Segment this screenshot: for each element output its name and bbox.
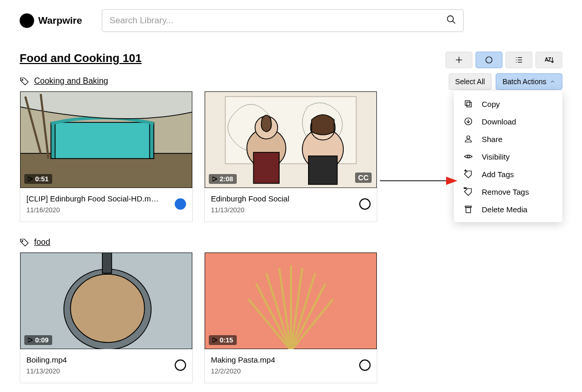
duration-label: 0:09 [35,336,49,344]
media-title: Making Pasta.mp4 [211,355,275,364]
menu-item-remove-tags[interactable]: Remove Tags [454,183,562,200]
batch-actions-button[interactable]: Batch Actions [496,73,562,90]
media-card[interactable]: 0:15 Making Pasta.mp4 12/2/2020 [204,252,377,383]
eye-icon [463,152,473,161]
menu-label: Remove Tags [482,187,529,196]
copy-icon [463,99,473,108]
tag-icon [20,238,29,247]
svg-rect-49 [102,253,112,273]
duration-badge: 0:09 [24,335,52,345]
svg-rect-14 [465,101,470,105]
svg-point-18 [467,136,470,139]
svg-point-4 [486,57,492,63]
trash-icon [463,205,473,214]
sort-button[interactable]: AZ [535,52,562,68]
video-thumbnail [20,253,192,349]
duration-label: 2:08 [220,175,233,183]
svg-point-0 [447,16,453,22]
brand-logo[interactable]: Warpwire [20,13,82,28]
video-thumbnail [20,91,192,188]
svg-rect-15 [467,102,471,107]
selection-toggle[interactable] [359,359,371,371]
select-all-button[interactable]: Select All [449,73,492,90]
select-all-label: Select All [455,77,485,86]
svg-rect-23 [465,206,471,207]
logo-mark-icon [20,13,34,28]
svg-rect-30 [51,122,55,159]
batch-actions-menu: Copy Download Share Visibility + Add Tag… [454,91,562,222]
media-card[interactable]: 0:51 [CLIP] Edinburgh Food Social-HD.mp4… [20,91,193,222]
svg-point-48 [70,274,144,342]
media-title: Boiling.mp4 [26,355,67,364]
svg-rect-39 [253,152,279,183]
media-title: Edinburgh Food Social [211,194,289,203]
search-icon[interactable] [446,14,456,27]
menu-item-copy[interactable]: Copy [454,95,562,113]
remove-tag-icon [463,187,473,196]
selection-toggle[interactable] [175,198,186,210]
svg-point-44 [22,241,23,242]
menu-label: Add Tags [482,170,514,179]
svg-rect-29 [51,122,154,159]
menu-label: Copy [482,100,500,108]
duration-badge: 0:15 [209,335,237,345]
select-mode-button[interactable] [476,52,502,68]
svg-rect-42 [309,156,338,184]
media-date: 12/2/2020 [211,367,241,375]
menu-item-download[interactable]: Download [454,113,562,130]
video-thumbnail [205,91,377,188]
list-view-button[interactable] [506,52,532,68]
svg-marker-61 [212,338,217,342]
svg-marker-34 [28,177,33,181]
menu-label: Delete Media [482,205,527,214]
search-input[interactable] [102,9,464,32]
brand-name: Warpwire [38,15,82,26]
svg-text:Z: Z [548,57,551,62]
duration-label: 0:51 [35,175,49,183]
selection-toggle[interactable] [175,359,186,371]
video-thumbnail [205,253,377,349]
svg-line-1 [452,21,455,24]
media-card[interactable]: 2:08 CC Edinburgh Food Social 11/13/2020 [204,91,377,222]
duration-badge: 0:51 [24,174,52,184]
menu-item-visibility[interactable]: Visibility [454,148,562,165]
menu-label: Download [482,117,516,126]
svg-rect-22 [466,208,471,213]
svg-marker-50 [28,338,33,342]
media-date: 11/16/2020 [26,206,60,214]
cc-badge: CC [355,173,372,183]
menu-item-add-tags[interactable]: + Add Tags [454,165,562,183]
duration-badge: 2:08 [209,174,237,184]
media-date: 11/13/2020 [211,206,244,214]
add-button[interactable] [446,52,472,68]
tag-icon [20,76,29,86]
user-icon [463,134,473,144]
menu-label: Visibility [482,152,510,161]
selection-toggle[interactable] [359,198,371,210]
duration-label: 0:15 [220,336,233,344]
menu-label: Share [482,135,502,144]
menu-item-share[interactable]: Share [454,130,562,148]
svg-rect-31 [149,122,154,159]
batch-actions-label: Batch Actions [502,77,546,86]
media-title: [CLIP] Edinburgh Food Social-HD.mp4 (72… [26,194,161,203]
add-tag-icon: + [463,169,473,179]
menu-item-delete[interactable]: Delete Media [454,200,562,218]
download-icon [463,117,473,126]
svg-text:+: + [465,169,467,173]
media-date: 11/13/2020 [26,367,60,375]
tag-link[interactable]: food [34,238,50,247]
media-card[interactable]: 0:09 Boiling.mp4 11/13/2020 [20,252,193,383]
tag-link[interactable]: Cooking and Baking [34,76,108,86]
svg-point-26 [22,80,23,81]
svg-point-19 [467,155,470,158]
svg-marker-43 [212,177,217,181]
svg-rect-21 [464,188,467,189]
